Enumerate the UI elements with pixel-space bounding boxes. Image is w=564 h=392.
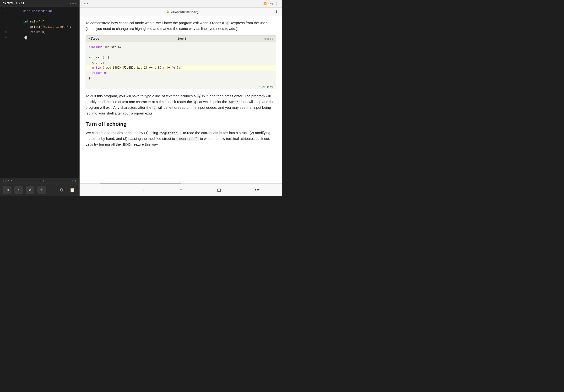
cb-line-1: #include <unistd.h> [89, 45, 273, 50]
code-line-1: 1 #include<stdio.h> [0, 9, 79, 14]
inline-code-tcsetattr: tcsetattr() [176, 137, 199, 141]
dot-2 [72, 3, 74, 4]
para-3: We can set a terminal's attributes by (1… [85, 130, 276, 147]
inline-code-tcgetattr: tcgetattr() [159, 131, 182, 135]
address-content: 🔒 viewsourcecode.org [166, 10, 199, 14]
inline-code-q1: q [225, 21, 229, 25]
code-block-body: #include <unistd.h> int main() { char c;… [86, 42, 276, 84]
editor-statusbar: kilo.c 6,1 All [0, 178, 79, 183]
battery-icon: 🔋 [275, 2, 278, 5]
status-position: 6,1 [40, 180, 44, 183]
cb-line-2: int main() { [89, 55, 273, 60]
browser-panel: ••• 📶 47% 🔋 🔒 viewsourcecode.org ⬆ To de… [80, 0, 282, 196]
browser-address-bar[interactable]: 🔒 viewsourcecode.org ⬆ [80, 8, 282, 16]
code-block-header: kilo.c Step 4 press-q [86, 36, 276, 42]
code-step: Step 4 [177, 37, 186, 40]
para-2: To quit this program, you will have to t… [85, 93, 276, 116]
back-button[interactable]: ← [100, 186, 109, 194]
status-filename: kilo.c [3, 180, 13, 183]
window-dots [70, 3, 76, 4]
inline-code-echo: ECHO [122, 142, 132, 147]
cb-line-6: } [89, 76, 273, 81]
cb-line-3: char c; [89, 60, 273, 66]
settings-button[interactable]: ⚙ [57, 186, 66, 194]
status-icons: 📶 47% 🔋 [263, 2, 278, 5]
share-icon[interactable]: ⬆ [275, 10, 278, 14]
editor-titlebar: 09:05 Thu Apr 14 [0, 0, 79, 7]
inline-code-q4: q [152, 106, 157, 110]
code-editor[interactable]: 1 #include<stdio.h> 2 3 int main() { 4 p… [0, 7, 79, 94]
status-all: All [72, 180, 76, 183]
url-text: viewsourcecode.org [171, 10, 199, 14]
more-button[interactable]: ••• [253, 186, 261, 194]
toolbar-left: ⇥ ↑ ↺ ✛ [3, 186, 46, 194]
code-block: kilo.c Step 4 press-q #include <unistd.h… [85, 35, 276, 89]
cb-line-blank [89, 50, 273, 55]
up-button[interactable]: ↑ [14, 186, 23, 194]
code-block-footer: ✓ compiles [86, 84, 276, 89]
editor-toolbar: ⇥ ↑ ↺ ✛ ⚙ 📋 [0, 183, 79, 196]
code-label: press-q [264, 37, 273, 40]
browser-dots-text: ••• [84, 2, 89, 6]
inline-code-while: while [228, 100, 240, 104]
browser-window-dots: ••• [84, 2, 89, 6]
forward-button[interactable]: → [138, 186, 147, 194]
inline-code-q3: q [193, 100, 197, 104]
dot-1 [70, 3, 71, 4]
tab-button[interactable]: ⇥ [3, 186, 12, 194]
add-tab-button[interactable]: + [177, 186, 185, 194]
status-time: 09:05 Thu Apr 14 [3, 2, 24, 5]
tab-switcher-button[interactable]: ⊡ [215, 186, 223, 194]
browser-content[interactable]: To demonstrate how canonical mode works,… [80, 16, 282, 183]
battery-percent: 47% [268, 2, 273, 5]
history-button[interactable]: ↺ [26, 186, 34, 194]
section-heading: Turn off echoing [85, 121, 276, 127]
dot-3 [75, 3, 76, 4]
editor-panel: 09:05 Thu Apr 14 1 #include<stdio.h> 2 3… [0, 0, 79, 196]
cb-line-4-highlighted: while (read(STDIN_FILENO, &c, 1) == 1 &&… [86, 65, 276, 70]
inline-code-q2: q [197, 94, 201, 98]
browser-titlebar: ••• 📶 47% 🔋 [80, 0, 282, 8]
para-1: To demonstrate how canonical mode works,… [85, 20, 276, 31]
code-filename[interactable]: kilo.c [89, 37, 99, 40]
editor-empty-space [0, 94, 79, 178]
cb-line-5: return 0; [89, 70, 273, 76]
lock-icon: 🔒 [166, 10, 169, 13]
move-button[interactable]: ✛ [37, 186, 46, 194]
browser-navbar: ← → + ⊡ ••• [80, 183, 282, 196]
toolbar-right: ⚙ 📋 [57, 186, 76, 194]
wifi-icon: 📶 [263, 2, 267, 5]
file-button[interactable]: 📋 [68, 186, 76, 194]
